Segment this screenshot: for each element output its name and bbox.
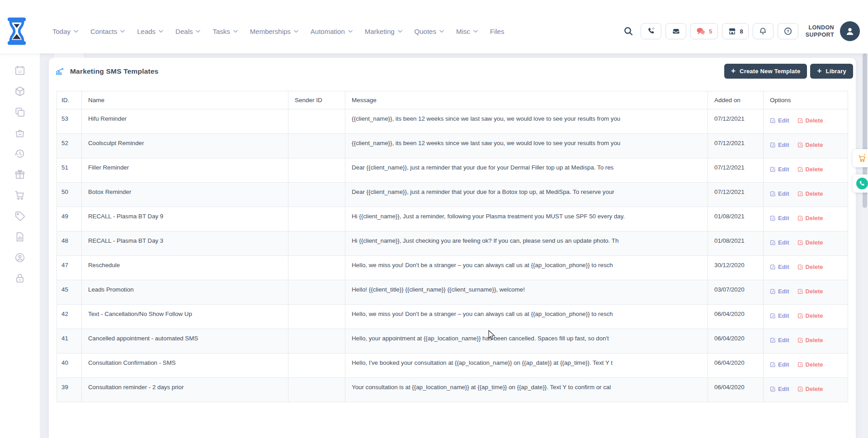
create-new-template-button[interactable]: + Create New Template [724, 64, 807, 79]
row-name: RECALL - Plasma BT Day 9 [82, 207, 288, 231]
scrollbar-track[interactable] [862, 53, 868, 438]
column-header-id: ID. [57, 91, 82, 109]
search-icon[interactable] [623, 26, 633, 36]
nav-item-label: Contacts [90, 28, 117, 35]
content-card: Marketing SMS Templates + Create New Tem… [49, 58, 856, 438]
sidebar-item-bag[interactable] [14, 127, 26, 139]
sidebar-item-report[interactable] [14, 231, 26, 243]
inbox-button[interactable] [665, 23, 686, 39]
floating-phone-button[interactable] [853, 174, 868, 193]
brand-logo[interactable] [6, 17, 27, 45]
edit-link[interactable]: Edit [770, 337, 789, 344]
delete-link[interactable]: Delete [797, 337, 823, 344]
page-title: Marketing SMS Templates [70, 67, 159, 75]
edit-icon [797, 215, 803, 221]
row-added-on: 06/04/2020 [708, 329, 764, 353]
nav-item-today[interactable]: Today [52, 28, 78, 35]
delete-link[interactable]: Delete [797, 190, 823, 197]
calendar-icon: 12 [14, 65, 26, 76]
sidebar-item-copy[interactable] [14, 106, 26, 118]
sidebar-item-lock[interactable] [14, 273, 26, 284]
row-sender-id [288, 329, 345, 353]
nav-item-memberships[interactable]: Memberships [250, 28, 298, 35]
edit-icon [797, 313, 803, 319]
user-avatar[interactable] [840, 21, 860, 41]
edit-link[interactable]: Edit [770, 141, 789, 148]
row-options: EditDelete [764, 183, 848, 207]
column-header-name: Name [82, 91, 288, 109]
notifications-button[interactable] [753, 23, 774, 39]
row-sender-id [288, 353, 345, 378]
nav-item-marketing[interactable]: Marketing [365, 28, 402, 35]
row-message: Hello, we miss you! Don't be a stranger … [345, 305, 708, 329]
teal-phone-icon [856, 177, 868, 190]
sidebar-item-account[interactable] [14, 252, 26, 264]
row-added-on: 07/12/2021 [708, 158, 764, 183]
edit-link[interactable]: Edit [770, 386, 789, 392]
edit-link[interactable]: Edit [770, 117, 789, 124]
nav-item-files[interactable]: Files [490, 28, 505, 35]
delete-link[interactable]: Delete [797, 215, 823, 221]
edit-icon [797, 362, 803, 367]
sidebar-item-calendar[interactable]: 12 [14, 65, 26, 76]
chevron-down-icon [294, 30, 298, 33]
nav-item-deals[interactable]: Deals [175, 28, 200, 35]
delete-link[interactable]: Delete [797, 264, 823, 270]
svg-text:12: 12 [18, 70, 22, 74]
delete-link[interactable]: Delete [797, 117, 823, 124]
nav-item-quotes[interactable]: Quotes [415, 28, 444, 35]
edit-link[interactable]: Edit [770, 166, 789, 173]
row-message: Dear {{client_name}}, just a reminder th… [345, 158, 708, 183]
account-name-line1: LONDON [806, 24, 834, 31]
row-message: Hello, your appointment at {{ap_location… [345, 329, 708, 353]
phone-button[interactable] [641, 23, 661, 39]
nav-item-tasks[interactable]: Tasks [212, 28, 237, 35]
help-button[interactable]: ? [778, 23, 798, 39]
row-id: 50 [57, 183, 82, 207]
sidebar-item-tag[interactable] [14, 210, 26, 222]
edit-link[interactable]: Edit [770, 288, 789, 295]
edit-link[interactable]: Edit [770, 264, 789, 270]
row-options: EditDelete [764, 280, 848, 305]
delete-link[interactable]: Delete [797, 288, 823, 295]
row-name: Leads Promotion [82, 280, 288, 305]
edit-link[interactable]: Edit [770, 361, 789, 368]
row-id: 39 [57, 378, 82, 402]
nav-item-leads[interactable]: Leads [137, 28, 163, 35]
topbar-actions: 5 8 ? LONDON SUPPORT [623, 21, 860, 41]
edit-icon [770, 215, 776, 221]
edit-link[interactable]: Edit [770, 190, 789, 197]
sidebar-item-package[interactable] [14, 85, 26, 97]
nav-item-misc[interactable]: Misc [456, 28, 478, 35]
table-row: 50Botox ReminderDear {{client_name}}, ju… [57, 183, 848, 207]
chevron-down-icon [233, 30, 238, 33]
sidebar-item-history[interactable] [14, 148, 26, 160]
messages-button[interactable]: 5 [690, 23, 717, 39]
edit-link[interactable]: Edit [770, 312, 789, 319]
delete-link[interactable]: Delete [797, 239, 823, 246]
row-message: Hi {{client_name}}, Just checking you ar… [345, 231, 708, 256]
report-icon [14, 231, 26, 243]
delete-link[interactable]: Delete [797, 166, 823, 173]
row-added-on: 06/04/2020 [708, 305, 764, 329]
floating-cart-button[interactable] [853, 149, 868, 167]
delete-link[interactable]: Delete [797, 361, 823, 368]
delete-link[interactable]: Delete [797, 312, 823, 319]
delete-link[interactable]: Delete [797, 386, 823, 392]
edit-icon [770, 337, 776, 343]
chevron-down-icon [473, 30, 478, 33]
nav-item-contacts[interactable]: Contacts [90, 28, 125, 35]
column-header-message: Message [345, 91, 708, 109]
sidebar-item-cart[interactable] [14, 189, 26, 201]
delete-link[interactable]: Delete [797, 141, 823, 148]
sidebar-item-gift[interactable] [14, 169, 26, 180]
nav-item-automation[interactable]: Automation [311, 28, 353, 35]
account-name: LONDON SUPPORT [806, 24, 834, 39]
store-button[interactable]: 8 [722, 23, 749, 39]
edit-link[interactable]: Edit [770, 215, 789, 221]
edit-link[interactable]: Edit [770, 239, 789, 246]
library-button[interactable]: + Library [810, 64, 853, 79]
column-header-sender-id: Sender ID [288, 91, 345, 109]
tag-icon [14, 210, 26, 222]
hourglass-logo-icon [6, 17, 27, 45]
